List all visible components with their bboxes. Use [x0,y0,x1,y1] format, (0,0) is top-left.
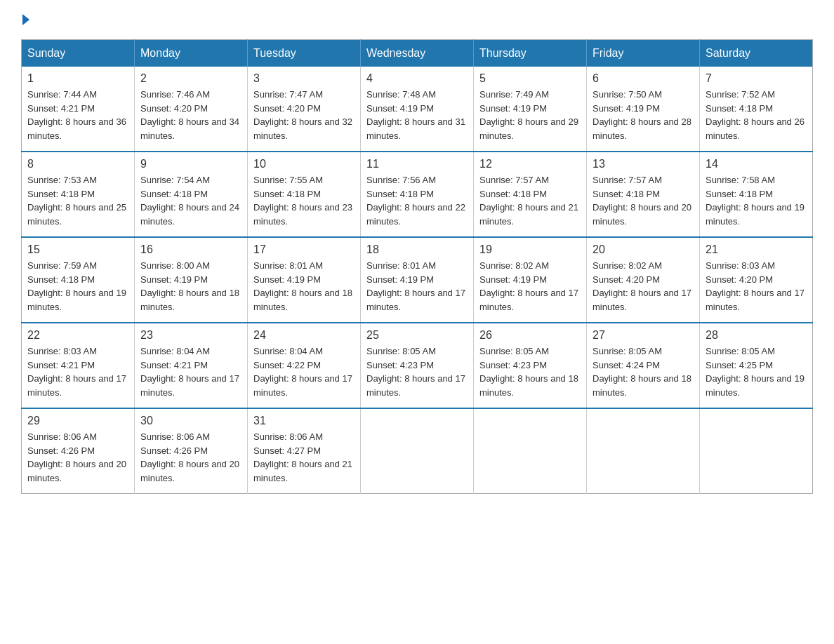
day-info: Sunrise: 7:46 AMSunset: 4:20 PMDaylight:… [140,88,241,142]
day-number: 23 [140,329,241,342]
day-info: Sunrise: 7:44 AMSunset: 4:21 PMDaylight:… [27,88,128,142]
calendar-cell: 15Sunrise: 7:59 AMSunset: 4:18 PMDayligh… [22,237,135,323]
day-info: Sunrise: 8:05 AMSunset: 4:25 PMDaylight:… [706,344,807,399]
weekday-friday: Friday [587,40,700,67]
calendar-cell: 23Sunrise: 8:04 AMSunset: 4:21 PMDayligh… [135,323,248,408]
calendar-cell: 24Sunrise: 8:04 AMSunset: 4:22 PMDayligh… [248,323,361,408]
day-number: 14 [706,158,807,170]
day-number: 3 [253,72,355,85]
day-info: Sunrise: 8:01 AMSunset: 4:19 PMDaylight:… [366,259,468,314]
calendar-cell: 20Sunrise: 8:02 AMSunset: 4:20 PMDayligh… [587,237,700,323]
calendar-cell: 8Sunrise: 7:53 AMSunset: 4:18 PMDaylight… [22,152,135,237]
day-number: 15 [27,243,128,256]
day-number: 31 [253,415,355,427]
weekday-wednesday: Wednesday [361,40,474,67]
calendar-cell: 14Sunrise: 7:58 AMSunset: 4:18 PMDayligh… [700,152,813,237]
day-number: 4 [366,72,468,85]
calendar-cell [361,408,474,494]
calendar-cell [587,408,700,494]
weekday-tuesday: Tuesday [248,40,361,67]
day-number: 11 [366,158,468,170]
day-info: Sunrise: 8:05 AMSunset: 4:23 PMDaylight:… [479,344,581,399]
day-number: 19 [479,243,581,256]
calendar-cell: 21Sunrise: 8:03 AMSunset: 4:20 PMDayligh… [700,237,813,323]
calendar-week-3: 15Sunrise: 7:59 AMSunset: 4:18 PMDayligh… [22,237,813,323]
calendar-cell: 10Sunrise: 7:55 AMSunset: 4:18 PMDayligh… [248,152,361,237]
day-info: Sunrise: 7:58 AMSunset: 4:18 PMDaylight:… [706,173,807,228]
calendar-body: 1Sunrise: 7:44 AMSunset: 4:21 PMDaylight… [22,67,813,494]
calendar-cell: 25Sunrise: 8:05 AMSunset: 4:23 PMDayligh… [361,323,474,408]
day-number: 17 [253,243,355,256]
calendar-week-5: 29Sunrise: 8:06 AMSunset: 4:26 PMDayligh… [22,408,813,494]
day-number: 28 [706,329,807,342]
day-number: 25 [366,329,468,342]
day-info: Sunrise: 8:00 AMSunset: 4:19 PMDaylight:… [140,259,241,314]
calendar-week-1: 1Sunrise: 7:44 AMSunset: 4:21 PMDaylight… [22,67,813,152]
weekday-sunday: Sunday [22,40,135,67]
calendar-cell: 7Sunrise: 7:52 AMSunset: 4:18 PMDaylight… [700,67,813,152]
calendar-cell: 6Sunrise: 7:50 AMSunset: 4:19 PMDaylight… [587,67,700,152]
day-number: 18 [366,243,468,256]
day-number: 27 [593,329,694,342]
day-info: Sunrise: 7:57 AMSunset: 4:18 PMDaylight:… [479,173,581,228]
day-info: Sunrise: 7:52 AMSunset: 4:18 PMDaylight:… [706,88,807,142]
day-info: Sunrise: 7:57 AMSunset: 4:18 PMDaylight:… [593,173,694,228]
day-number: 6 [593,72,694,85]
calendar-cell: 1Sunrise: 7:44 AMSunset: 4:21 PMDaylight… [22,67,135,152]
day-number: 29 [27,415,128,427]
day-number: 7 [706,72,807,85]
calendar-cell: 3Sunrise: 7:47 AMSunset: 4:20 PMDaylight… [248,67,361,152]
calendar-cell: 19Sunrise: 8:02 AMSunset: 4:19 PMDayligh… [474,237,587,323]
calendar-cell: 4Sunrise: 7:48 AMSunset: 4:19 PMDaylight… [361,67,474,152]
calendar-cell: 31Sunrise: 8:06 AMSunset: 4:27 PMDayligh… [248,408,361,494]
day-info: Sunrise: 8:01 AMSunset: 4:19 PMDaylight:… [253,259,355,314]
calendar-cell: 22Sunrise: 8:03 AMSunset: 4:21 PMDayligh… [22,323,135,408]
calendar-header: SundayMondayTuesdayWednesdayThursdayFrid… [22,40,813,67]
weekday-header-row: SundayMondayTuesdayWednesdayThursdayFrid… [22,40,813,67]
calendar-cell: 2Sunrise: 7:46 AMSunset: 4:20 PMDaylight… [135,67,248,152]
weekday-saturday: Saturday [700,40,813,67]
day-number: 2 [140,72,241,85]
calendar-cell: 28Sunrise: 8:05 AMSunset: 4:25 PMDayligh… [700,323,813,408]
day-number: 10 [253,158,355,170]
calendar-cell: 26Sunrise: 8:05 AMSunset: 4:23 PMDayligh… [474,323,587,408]
calendar-cell: 16Sunrise: 8:00 AMSunset: 4:19 PMDayligh… [135,237,248,323]
weekday-monday: Monday [135,40,248,67]
calendar-cell: 18Sunrise: 8:01 AMSunset: 4:19 PMDayligh… [361,237,474,323]
day-number: 9 [140,158,241,170]
logo [21,14,31,25]
calendar-cell [474,408,587,494]
page-header [21,14,813,25]
calendar-week-4: 22Sunrise: 8:03 AMSunset: 4:21 PMDayligh… [22,323,813,408]
day-info: Sunrise: 7:47 AMSunset: 4:20 PMDaylight:… [253,88,355,142]
day-info: Sunrise: 8:02 AMSunset: 4:20 PMDaylight:… [593,259,694,314]
day-number: 1 [27,72,128,85]
day-info: Sunrise: 7:54 AMSunset: 4:18 PMDaylight:… [140,173,241,228]
day-info: Sunrise: 7:56 AMSunset: 4:18 PMDaylight:… [366,173,468,228]
logo-arrow-icon [22,14,29,25]
day-info: Sunrise: 8:06 AMSunset: 4:26 PMDaylight:… [140,430,241,485]
calendar-cell: 29Sunrise: 8:06 AMSunset: 4:26 PMDayligh… [22,408,135,494]
calendar-cell [700,408,813,494]
calendar-week-2: 8Sunrise: 7:53 AMSunset: 4:18 PMDaylight… [22,152,813,237]
day-info: Sunrise: 7:49 AMSunset: 4:19 PMDaylight:… [479,88,581,142]
day-info: Sunrise: 7:50 AMSunset: 4:19 PMDaylight:… [593,88,694,142]
day-info: Sunrise: 7:53 AMSunset: 4:18 PMDaylight:… [27,173,128,228]
day-info: Sunrise: 8:05 AMSunset: 4:24 PMDaylight:… [593,344,694,399]
day-info: Sunrise: 8:04 AMSunset: 4:21 PMDaylight:… [140,344,241,399]
day-number: 16 [140,243,241,256]
calendar-cell: 27Sunrise: 8:05 AMSunset: 4:24 PMDayligh… [587,323,700,408]
calendar-cell: 13Sunrise: 7:57 AMSunset: 4:18 PMDayligh… [587,152,700,237]
calendar-cell: 17Sunrise: 8:01 AMSunset: 4:19 PMDayligh… [248,237,361,323]
day-number: 24 [253,329,355,342]
day-number: 21 [706,243,807,256]
day-info: Sunrise: 7:55 AMSunset: 4:18 PMDaylight:… [253,173,355,228]
day-number: 26 [479,329,581,342]
calendar-cell: 30Sunrise: 8:06 AMSunset: 4:26 PMDayligh… [135,408,248,494]
day-info: Sunrise: 8:03 AMSunset: 4:21 PMDaylight:… [27,344,128,399]
day-number: 8 [27,158,128,170]
day-info: Sunrise: 8:06 AMSunset: 4:26 PMDaylight:… [27,430,128,485]
day-number: 13 [593,158,694,170]
day-number: 12 [479,158,581,170]
day-info: Sunrise: 8:02 AMSunset: 4:19 PMDaylight:… [479,259,581,314]
